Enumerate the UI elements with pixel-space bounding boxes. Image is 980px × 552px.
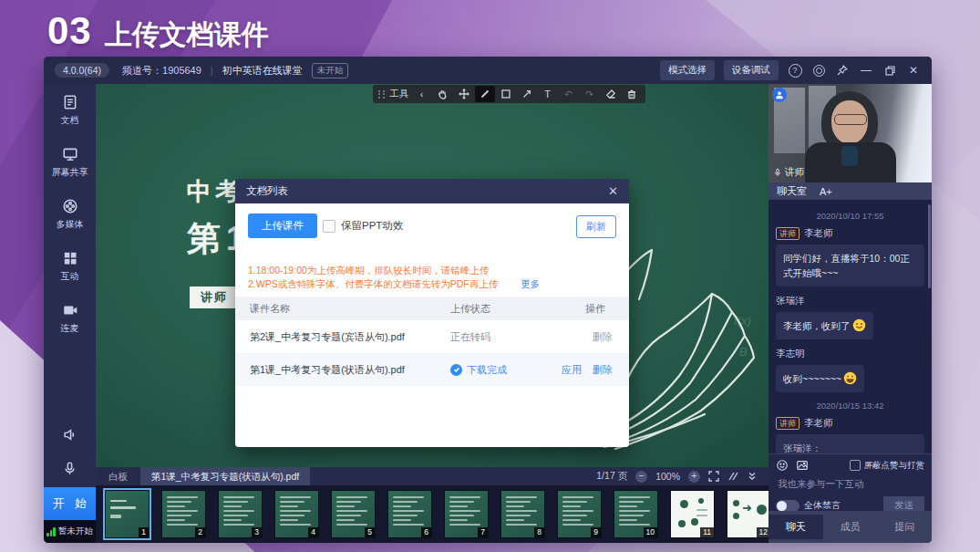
pen-tool-icon[interactable] (475, 86, 495, 102)
zoom-in-icon[interactable]: + (688, 471, 700, 483)
sender-name: 张瑞洋 (776, 295, 805, 307)
upload-status: 正在转码 (450, 330, 551, 344)
apply-link[interactable]: 应用 (562, 363, 582, 377)
live-status: 暂未开始 (44, 520, 96, 543)
chatroom-header: 聊天室 A+ (769, 182, 932, 200)
trash-icon[interactable] (622, 86, 642, 102)
fullscreen-icon[interactable] (708, 471, 719, 482)
image-upload-icon[interactable] (796, 459, 809, 472)
minimize-icon[interactable]: — (859, 63, 873, 78)
delete-link[interactable]: 删除 (593, 363, 613, 377)
document-tab-active[interactable]: 第1课_中考复习专题(状语从句).pdf (140, 467, 310, 485)
whiteboard-tab[interactable]: 白板 (96, 467, 140, 485)
message-bubble: 张瑞洋：李老师，收到了准备好了吗，直播马上就要开始 (776, 434, 924, 453)
signal-bars-icon (46, 527, 56, 536)
tab-chat[interactable]: 聊天 (769, 515, 823, 539)
chalk-formula: f(x) (734, 314, 751, 328)
tab-questions[interactable]: 提问 (877, 515, 932, 539)
mute-all-label: 全体禁言 (804, 499, 841, 512)
slide-thumbnail[interactable]: 8 (500, 490, 545, 538)
arrow-tool-icon[interactable] (517, 86, 537, 102)
version-badge: 4.0.0(64) (55, 63, 109, 78)
slide-thumbnail[interactable]: 1 (105, 490, 150, 538)
sidebar-item-documents[interactable]: 文档 (44, 84, 96, 136)
sidebar-item-interaction[interactable]: 互动 (44, 240, 96, 292)
slide-thumbnail[interactable]: 5 (331, 490, 376, 538)
redo-icon[interactable]: ↷ (580, 86, 600, 102)
col-header-name: 课件名称 (235, 302, 450, 316)
move-tool-icon[interactable] (454, 86, 474, 102)
emoji-picker-icon[interactable] (776, 459, 789, 472)
keep-ppt-checkbox[interactable]: 保留PPT动效 (323, 219, 403, 233)
pin-icon[interactable] (835, 63, 850, 78)
device-debug-button[interactable]: 设备调试 (724, 60, 779, 80)
refresh-button[interactable]: 刷新 (576, 215, 616, 238)
slide-number: 8 (534, 527, 544, 537)
mute-all-toggle[interactable] (776, 500, 799, 512)
grid-icon (62, 250, 78, 266)
dialog-close-icon[interactable]: ✕ (608, 184, 618, 198)
courseware-name: 第1课_中考复习专题(状语从句).pdf (235, 363, 450, 377)
checkbox-icon[interactable] (850, 460, 861, 471)
undo-icon[interactable]: ↶ (559, 86, 579, 102)
laser-pen-icon[interactable] (727, 471, 738, 482)
smile-emoji-icon (852, 318, 866, 332)
help-icon[interactable]: ? (788, 63, 802, 78)
more-link[interactable]: 更多 (521, 278, 540, 289)
laugh-emoji-icon (843, 371, 857, 385)
slide-thumbnail-strip: 1234567891011➜12 (96, 485, 769, 543)
tools-label: 工具 (390, 88, 409, 100)
font-size-button[interactable]: A+ (820, 186, 832, 197)
text-tool-icon[interactable]: T (538, 86, 558, 102)
checkbox-icon[interactable] (323, 220, 335, 233)
hand-tool-icon[interactable] (433, 86, 453, 102)
chat-scrollbar[interactable] (928, 204, 931, 288)
block-rewards-checkbox[interactable]: 屏蔽点赞与打赏 (850, 460, 925, 472)
zoom-out-icon[interactable]: − (635, 471, 647, 483)
slide-thumbnail[interactable]: 10 (614, 490, 658, 538)
restore-icon[interactable] (882, 63, 897, 78)
slide-number: 6 (421, 527, 431, 537)
sidebar-item-multimedia[interactable]: 多媒体 (44, 188, 96, 240)
sidebar-item-screenshare[interactable]: 屏幕共享 (44, 136, 96, 188)
close-icon[interactable]: ✕ (906, 63, 921, 78)
channel-number: 频道号：1905649 (122, 64, 201, 78)
app-window: 4.0.0(64) 频道号：1905649 | 初中英语在线课堂 未开始 模式选… (44, 57, 932, 543)
slide-thumbnail[interactable]: 7 (444, 490, 489, 538)
document-tab-bar: 白板 第1课_中考复习专题(状语从句).pdf 1/17 页 − 100% + (96, 467, 769, 485)
speaker-icon[interactable] (62, 420, 77, 453)
slide-number: 12 (757, 527, 769, 537)
mode-select-button[interactable]: 模式选择 (660, 60, 715, 80)
chat-message-input[interactable] (776, 477, 928, 490)
slide-thumbnail[interactable]: 6 (387, 490, 432, 538)
drag-handle-icon[interactable] (378, 90, 386, 99)
slide-number: 2 (195, 527, 205, 537)
eraser-tool-icon[interactable] (601, 86, 621, 102)
slide-thumbnail[interactable]: 9 (557, 490, 602, 538)
presenter-avatar-badge (772, 88, 787, 102)
whiteboard-canvas[interactable]: 中考 第1课 讲师 f(x) B 工具 ‹ (96, 84, 769, 467)
tab-members[interactable]: 成员 (823, 515, 878, 539)
settings-icon[interactable] (811, 63, 826, 78)
panel-tab-bar: 聊天 成员 提问 (769, 511, 932, 543)
slide-thumbnail[interactable]: 11 (670, 490, 715, 538)
slide-thumbnail[interactable]: 4 (274, 490, 319, 538)
upload-courseware-button[interactable]: 上传课件 (248, 214, 317, 238)
headline-number: 03 (47, 9, 92, 53)
slide-thumbnail[interactable]: 3 (218, 490, 263, 538)
delete-link[interactable]: 删除 (593, 330, 613, 344)
slide-thumbnail[interactable]: ➜12 (727, 490, 769, 538)
sender-name: 李志明 (776, 348, 805, 360)
camera-icon (62, 302, 78, 318)
teacher-role-badge: 讲师 (776, 417, 799, 430)
dialog-header: 文档列表 ✕ (235, 179, 629, 203)
table-row: 第1课_中考复习专题(状语从句).pdf 下载完成 应用 删除 (235, 353, 629, 386)
microphone-icon[interactable] (62, 453, 77, 487)
slide-thumbnail[interactable]: 2 (161, 490, 206, 538)
col-header-status: 上传状态 (450, 302, 551, 316)
collapse-toolbar-icon[interactable]: ‹ (412, 86, 432, 102)
rectangle-tool-icon[interactable] (496, 86, 516, 102)
sidebar-item-mic-connect[interactable]: 连麦 (44, 292, 96, 344)
start-class-button[interactable]: 开 始 (44, 487, 96, 520)
collapse-strip-icon[interactable] (747, 471, 758, 482)
